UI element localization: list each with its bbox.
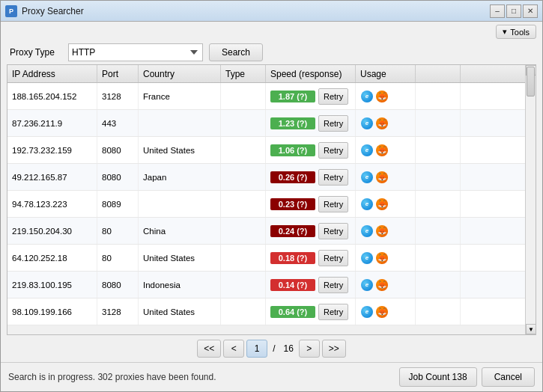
ie-icon[interactable]: e [360,278,374,292]
current-page: 1 [246,340,267,358]
scrollbar[interactable]: ▲ ▼ [525,65,536,334]
window-controls: – □ ✕ [490,4,538,18]
search-button[interactable]: Search [209,43,263,61]
cell-ip: 87.236.211.9 [7,110,97,136]
cell-speed: 1.23 (?)Retry [266,110,356,136]
table-header: IP Address Port Country Type Speed (resp… [7,65,525,83]
cell-speed: 1.06 (?)Retry [266,137,356,163]
col-header-ip: IP Address [7,65,97,82]
cell-country: China [139,218,221,244]
ie-icon[interactable]: e [360,224,374,238]
ie-icon[interactable]: e [360,251,374,265]
speed-badge: 0.24 (?) [270,225,315,237]
cell-port: 3128 [97,83,139,109]
next-page-button[interactable]: > [299,340,320,358]
scrollbar-thumb[interactable] [527,67,535,97]
cell-port: 8080 [97,164,139,190]
page-separator: / [270,342,278,355]
restore-button[interactable]: □ [506,4,521,18]
cell-type [221,164,266,190]
cell-type [221,245,266,271]
cell-usage: e🦊 [356,218,416,244]
cell-type [221,218,266,244]
firefox-icon[interactable]: 🦊 [375,90,389,103]
status-buttons: Job Count 138 Cancel [399,367,535,387]
cell-usage: e🦊 [356,191,416,217]
firefox-icon[interactable]: 🦊 [375,197,389,211]
table-row: 192.73.232.1598080United States1.06 (?)R… [7,137,525,164]
cell-country: Japan [139,164,221,190]
cell-port: 8080 [97,137,139,163]
window-title: Proxy Searcher [22,6,84,16]
retry-button[interactable]: Retry [318,142,348,159]
cell-ip: 49.212.165.87 [7,164,97,190]
retry-button[interactable]: Retry [318,223,348,239]
firefox-icon[interactable]: 🦊 [375,171,389,184]
retry-button[interactable]: Retry [318,196,348,212]
cell-ip: 64.120.252.18 [7,245,97,271]
cell-ip: 219.83.100.195 [7,272,97,298]
ie-icon[interactable]: e [360,305,374,319]
firefox-icon[interactable]: 🦊 [375,117,389,130]
cell-ip: 188.165.204.152 [7,83,97,109]
firefox-icon[interactable]: 🦊 [375,278,389,292]
cell-country: United States [139,245,221,271]
table-body: 188.165.204.1523128France1.87 (?)Retrye🦊… [7,83,525,334]
cell-port: 80 [97,218,139,244]
table-row: 87.236.211.94431.23 (?)Retrye🦊 [7,110,525,137]
cell-type [221,110,266,136]
cell-country [139,110,221,136]
retry-button[interactable]: Retry [318,304,348,320]
cell-speed: 0.18 (?)Retry [266,245,356,271]
cancel-button[interactable]: Cancel [482,367,535,387]
speed-badge: 0.64 (?) [270,306,315,318]
retry-button[interactable]: Retry [318,250,348,266]
cell-usage: e🦊 [356,110,416,136]
table-row: 188.165.204.1523128France1.87 (?)Retrye🦊 [7,83,525,110]
table-row: 219.150.204.3080China0.24 (?)Retrye🦊 [7,218,525,245]
scroll-down-arrow[interactable]: ▼ [526,324,536,334]
prev-page-button[interactable]: < [223,340,244,358]
cell-usage: e🦊 [356,164,416,190]
ie-icon[interactable]: e [360,197,374,211]
retry-button[interactable]: Retry [318,277,348,293]
ie-icon[interactable]: e [360,117,374,130]
proxy-type-select[interactable]: HTTP [68,43,203,61]
minimize-button[interactable]: – [490,4,505,18]
main-window: P Proxy Searcher – □ ✕ ▾ Tools Proxy Typ… [0,0,543,392]
col-header-extra [416,65,461,82]
firefox-icon[interactable]: 🦊 [375,224,389,238]
first-page-button[interactable]: << [197,340,221,358]
chevron-down-icon: ▾ [503,27,507,37]
close-button[interactable]: ✕ [523,4,538,18]
pagination-row: << < 1 / 16 > >> [1,335,542,362]
firefox-icon[interactable]: 🦊 [375,251,389,265]
ie-icon[interactable]: e [360,144,374,157]
speed-badge: 0.26 (?) [270,171,315,183]
ie-icon[interactable]: e [360,171,374,184]
speed-badge: 0.18 (?) [270,252,315,264]
cell-port: 80 [97,245,139,271]
retry-button[interactable]: Retry [318,88,348,105]
retry-button[interactable]: Retry [318,169,348,186]
cell-extra [416,298,461,325]
cell-port: 3128 [97,298,139,325]
firefox-icon[interactable]: 🦊 [375,305,389,319]
cell-extra [416,218,461,244]
cell-speed: 0.14 (?)Retry [266,272,356,298]
firefox-icon[interactable]: 🦊 [375,144,389,157]
status-bar: Search is in progress. 302 proxies have … [1,362,542,391]
cell-port: 8089 [97,191,139,217]
last-page-button[interactable]: >> [322,340,346,358]
tools-button[interactable]: ▾ Tools [496,25,536,39]
status-message: Search is in progress. 302 proxies have … [8,372,216,382]
cell-usage: e🦊 [356,298,416,325]
col-header-type: Type [221,65,266,82]
cell-extra [416,83,461,109]
col-header-speed: Speed (response) [266,65,356,82]
cell-speed: 0.26 (?)Retry [266,164,356,190]
col-header-usage: Usage [356,65,416,82]
job-count-button[interactable]: Job Count 138 [399,367,477,387]
ie-icon[interactable]: e [360,90,374,103]
retry-button[interactable]: Retry [318,115,348,132]
